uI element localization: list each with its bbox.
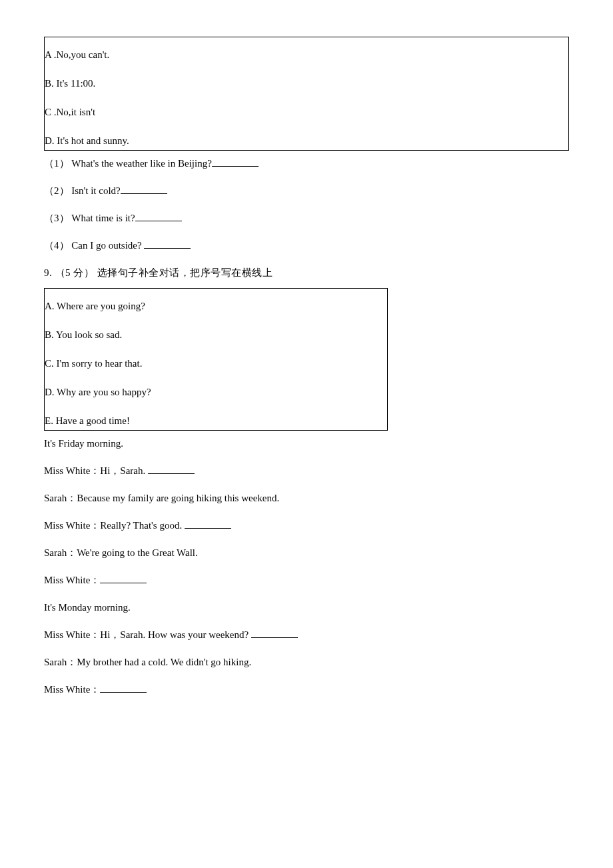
blank[interactable] xyxy=(100,683,147,693)
q9-prompt: 9. （5 分） 选择句子补全对话，把序号写在横线上 xyxy=(44,259,569,287)
blank[interactable] xyxy=(135,212,182,222)
blank[interactable] xyxy=(251,629,298,639)
q8-text4: （4） Can I go outside? xyxy=(44,240,144,251)
dialog-line: It's Friday morning. xyxy=(44,431,569,457)
answer-box-1: A .No,you can't. B. It's 11:00. C .No,it… xyxy=(44,37,569,151)
blank[interactable] xyxy=(212,157,259,167)
dialog-line: It's Monday morning. xyxy=(44,594,569,621)
dialog-line: Sarah：We're going to the Great Wall. xyxy=(44,539,569,567)
dialog-line: Sarah：My brother had a cold. We didn't g… xyxy=(44,649,569,676)
q8-text2: （2） Isn't it cold? xyxy=(44,185,121,196)
blank[interactable] xyxy=(185,519,231,529)
blank[interactable] xyxy=(148,465,195,475)
q9-option-d: D. Why are you so happy? xyxy=(45,378,387,407)
option-b: B. It's 11:00. xyxy=(45,69,568,98)
q9-option-e: E. Have a good time! xyxy=(45,407,387,428)
option-c: C .No,it isn't xyxy=(45,98,568,127)
answer-box-2: A. Where are you going? B. You look so s… xyxy=(44,288,388,431)
q9-option-a: A. Where are you going? xyxy=(45,290,387,321)
dialog-line: Miss White：Hi，Sarah. xyxy=(44,457,569,485)
dialog-text: Miss White： xyxy=(44,575,100,585)
q8-line2: （2） Isn't it cold? xyxy=(44,177,569,205)
dialog-line: Miss White： xyxy=(44,676,569,703)
dialog-line: Miss White：Really? That's good. xyxy=(44,512,569,539)
q9-option-c: C. I'm sorry to hear that. xyxy=(45,349,387,378)
blank[interactable] xyxy=(121,185,167,195)
blank[interactable] xyxy=(100,574,147,584)
q8-line4: （4） Can I go outside? xyxy=(44,232,569,259)
dialog-text: Miss White：Really? That's good. xyxy=(44,520,185,531)
dialog-text: Miss White：Hi，Sarah. xyxy=(44,465,148,476)
dialog-text: Miss White：Hi，Sarah. How was your weeken… xyxy=(44,629,251,640)
option-d: D. It's hot and sunny. xyxy=(45,127,568,148)
q8-text3: （3） What time is it? xyxy=(44,213,135,223)
blank[interactable] xyxy=(144,239,191,249)
option-a: A .No,you can't. xyxy=(45,39,568,69)
dialog-text: Miss White： xyxy=(44,684,100,695)
dialog-line: Miss White：Hi，Sarah. How was your weeken… xyxy=(44,621,569,649)
q8-line1: （1） What's the weather like in Beijing? xyxy=(44,151,569,177)
dialog-line: Miss White： xyxy=(44,567,569,594)
dialog-line: Sarah：Because my family are going hiking… xyxy=(44,485,569,512)
q9-option-b: B. You look so sad. xyxy=(45,321,387,349)
q8-text1: （1） What's the weather like in Beijing? xyxy=(44,158,212,169)
page: A .No,you can't. B. It's 11:00. C .No,it… xyxy=(0,37,613,868)
q8-line3: （3） What time is it? xyxy=(44,205,569,232)
